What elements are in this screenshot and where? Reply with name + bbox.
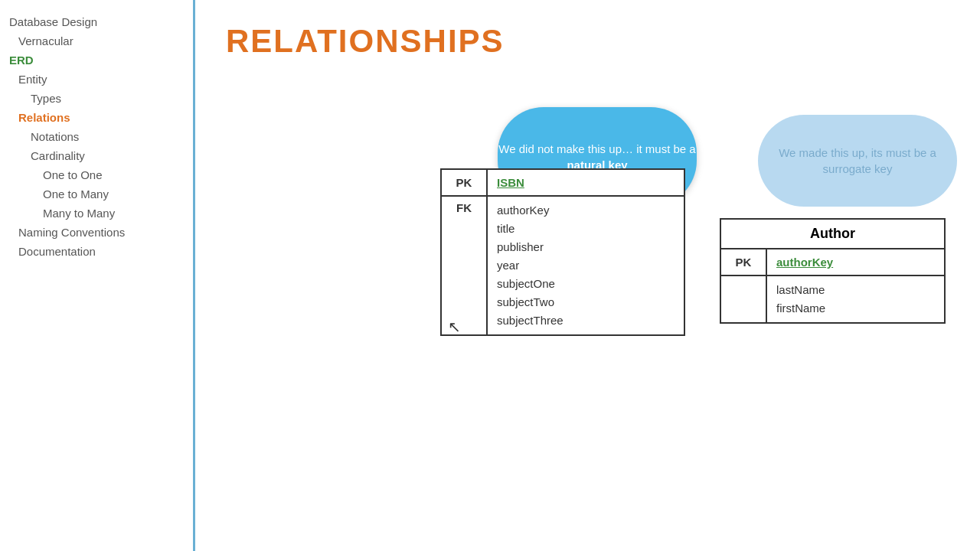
sidebar-item-relations[interactable]: Relations [0, 108, 193, 127]
field-year: year [497, 256, 675, 275]
field-firstname: firstName [776, 299, 935, 318]
table-right-fields: lastNamefirstName [767, 276, 944, 322]
sidebar-item-cardinality[interactable]: Cardinality [0, 146, 193, 165]
table-left-pk-value: ISBN [488, 170, 684, 195]
table-right-pk-value: authorKey [767, 249, 944, 275]
sidebar-item-database-design[interactable]: Database Design [0, 12, 193, 31]
cloud-right-bubble: We made this up, its must be a surrogate… [758, 115, 957, 207]
table-right-pk-label: PK [721, 249, 767, 275]
main-content: RELATIONSHIPS We did not make this up… i… [195, 0, 980, 551]
sidebar-item-notations[interactable]: Notations [0, 127, 193, 146]
table-left-body: FK authorKeytitlepublisheryearsubjectOne… [442, 197, 684, 334]
table-left-fields: authorKeytitlepublisheryearsubjectOnesub… [488, 197, 684, 334]
table-left-fk-label: FK [442, 197, 488, 334]
table-left-pk-label: PK [442, 170, 488, 195]
sidebar-item-erd[interactable]: ERD [0, 51, 193, 70]
field-subjecttwo: subjectTwo [497, 293, 675, 311]
field-publisher: publisher [497, 238, 675, 256]
sidebar-item-naming-conventions[interactable]: Naming Conventions [0, 223, 193, 242]
table-right-empty-key [721, 276, 767, 322]
sidebar-item-one-to-many[interactable]: One to Many [0, 184, 193, 204]
table-right-header: Author [721, 220, 944, 249]
sidebar-item-entity[interactable]: Entity [0, 70, 193, 89]
field-title: title [497, 220, 675, 238]
field-subjectone: subjectOne [497, 275, 675, 293]
mouse-cursor: ↖ [448, 318, 461, 336]
sidebar-item-one-to-one[interactable]: One to One [0, 165, 193, 184]
sidebar-item-types[interactable]: Types [0, 89, 193, 108]
table-right-body: lastNamefirstName [721, 276, 944, 322]
field-subjectthree: subjectThree [497, 311, 675, 330]
sidebar: Database DesignVernacularERDEntityTypesR… [0, 0, 195, 551]
table-right: Author PK authorKey lastNamefirstName [720, 218, 946, 324]
table-left-pk-row: PK ISBN [442, 170, 684, 197]
table-right-pk-row: PK authorKey [721, 249, 944, 276]
field-authorkey: authorKey [497, 201, 675, 220]
sidebar-item-many-to-many[interactable]: Many to Many [0, 204, 193, 223]
cloud-right-text: We made this up, its must be a surrogate… [758, 145, 957, 177]
field-lastname: lastName [776, 281, 935, 299]
sidebar-item-vernacular[interactable]: Vernacular [0, 31, 193, 51]
page-title: RELATIONSHIPS [226, 23, 949, 60]
sidebar-item-documentation[interactable]: Documentation [0, 242, 193, 261]
table-left: PK ISBN FK authorKeytitlepublisheryearsu… [440, 168, 685, 336]
